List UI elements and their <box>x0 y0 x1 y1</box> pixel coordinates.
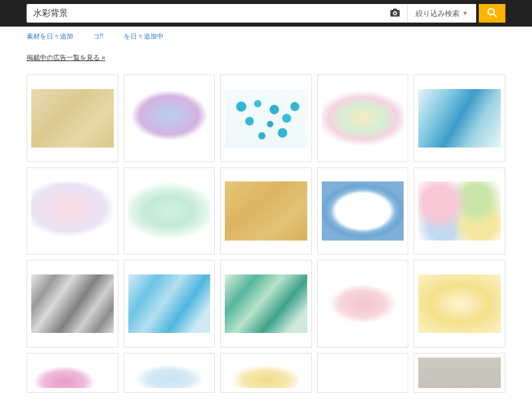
thumbnail-pastel-green-pink <box>322 89 404 148</box>
filter-dropdown-button[interactable]: 絞り込み検索 ▼ <box>407 4 476 23</box>
thumbnail-yellow-glow <box>418 274 501 333</box>
camera-search-button[interactable] <box>383 4 407 23</box>
thumbnail-card[interactable] <box>317 74 409 162</box>
thumbnail-pink-clump <box>31 358 114 388</box>
thumbnail-card[interactable] <box>27 74 118 162</box>
thumbnail-blue-teal-wash <box>418 89 501 148</box>
svg-rect-1 <box>393 9 397 11</box>
ad-snippet[interactable]: を日々追加中 <box>124 32 164 41</box>
thumbnail-card[interactable] <box>27 260 118 348</box>
thumbnail-pink-blob <box>322 274 404 333</box>
thumbnail-card[interactable] <box>414 260 505 348</box>
thumbnail-card[interactable] <box>220 353 312 393</box>
thumbnail-yellow-blob <box>225 358 307 388</box>
thumbnail-mint-wash <box>128 181 211 240</box>
header-bar: 絞り込み検索 ▼ <box>0 0 532 27</box>
thumbnail-rainbow-soft <box>418 181 501 240</box>
thumbnail-beige-paper <box>31 89 114 148</box>
search-button[interactable] <box>479 4 505 23</box>
thumbnail-grey-fabric <box>418 358 501 388</box>
chevron-down-icon: ▼ <box>462 10 468 17</box>
search-wrapper: 絞り込み検索 ▼ <box>27 4 476 23</box>
thumbnail-grey-grunge <box>31 274 114 333</box>
thumbnail-empty-white <box>322 358 404 388</box>
thumbnail-card[interactable] <box>124 353 215 393</box>
thumbnail-card[interactable] <box>317 167 409 255</box>
thumbnail-card[interactable] <box>27 353 118 393</box>
thumbnail-card[interactable] <box>414 167 505 255</box>
thumbnail-blue-frame <box>322 181 404 240</box>
svg-line-5 <box>493 14 496 17</box>
thumbnail-card[interactable] <box>317 260 409 348</box>
thumbnail-teal-green-flow <box>225 274 307 333</box>
svg-point-3 <box>394 12 396 14</box>
thumbnail-card[interactable] <box>414 74 505 162</box>
thumbnail-card[interactable] <box>27 167 118 255</box>
thumbnail-card[interactable] <box>414 353 505 393</box>
thumbnail-pastel-blob <box>128 358 211 388</box>
search-icon <box>487 7 497 20</box>
thumbnail-card[interactable] <box>220 167 312 255</box>
thumbnail-grid <box>27 74 505 393</box>
thumbnail-ochre-paper <box>225 181 307 240</box>
thumbnail-card[interactable] <box>124 74 215 162</box>
content-area: 素材を日々追加 コ!! を日々追加中 掲載中の広告一覧を見る » <box>0 27 532 393</box>
ad-snippet[interactable]: コ!! <box>93 32 104 41</box>
thumbnail-cyan-ice <box>128 274 211 333</box>
ad-snippet[interactable]: 素材を日々追加 <box>27 32 73 41</box>
thumbnail-card[interactable] <box>317 353 409 393</box>
thumbnail-card[interactable] <box>220 74 312 162</box>
thumbnail-pink-lilac-soft <box>31 181 114 240</box>
filter-label: 絞り込み検索 <box>416 9 460 19</box>
thumbnail-card[interactable] <box>124 167 215 255</box>
ads-list-link[interactable]: 掲載中の広告一覧を見る » <box>27 53 105 62</box>
thumbnail-card[interactable] <box>124 260 215 348</box>
search-input[interactable] <box>27 9 383 19</box>
thumbnail-cyan-spots <box>225 89 307 148</box>
ad-snippet-row: 素材を日々追加 コ!! を日々追加中 <box>27 27 505 45</box>
camera-icon <box>390 8 400 19</box>
thumbnail-pastel-purple-blue <box>128 89 211 148</box>
thumbnail-card[interactable] <box>220 260 312 348</box>
